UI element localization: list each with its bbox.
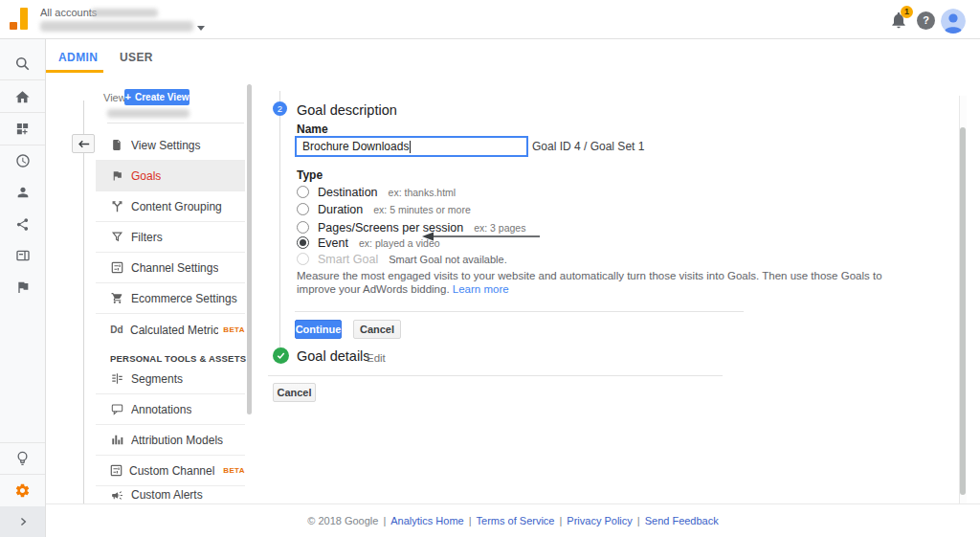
- ga-admin-goals-page: { "colors": { "accent_blue": "#4285f4", …: [0, 0, 980, 537]
- admin-tab-bar: ADMIN USER: [46, 39, 980, 77]
- name-label: Name: [297, 123, 328, 136]
- top-header: All accounts 1 ?: [0, 0, 980, 39]
- view-column-label: View: [103, 92, 126, 103]
- step-done-check-icon: [273, 347, 289, 364]
- rail-realtime-button[interactable]: [0, 148, 45, 173]
- section-header-label: PERSONAL TOOLS & ASSETS: [110, 353, 246, 364]
- bottom-cancel-button[interactable]: Cancel: [273, 383, 316, 402]
- menu-item-ecommerce-settings[interactable]: Ecommerce Settings: [96, 283, 245, 314]
- step-2-circle: 2: [273, 101, 287, 116]
- admin-gear-icon: [14, 482, 31, 499]
- copyright-text: © 2018 Google: [307, 515, 378, 526]
- main-scrollbar-thumb[interactable]: [960, 127, 966, 495]
- footer-link-terms[interactable]: Terms of Service: [477, 515, 555, 526]
- radio-label: Duration: [318, 203, 363, 216]
- goal-name-input[interactable]: Brochure Downloads: [295, 136, 528, 157]
- megaphone-icon: [111, 489, 123, 502]
- radio-label: Destination: [318, 186, 378, 199]
- user-avatar[interactable]: [941, 9, 966, 34]
- rail-customization-button[interactable]: [0, 116, 45, 141]
- divider: [268, 375, 723, 376]
- collapse-chevron-icon: [16, 515, 30, 528]
- radio-button-icon: [297, 186, 309, 198]
- rail-audience-button[interactable]: [0, 180, 45, 205]
- flag-icon: [111, 169, 123, 182]
- funnel-icon: [111, 231, 123, 243]
- help-button[interactable]: ?: [917, 11, 935, 30]
- all-accounts-label: All accounts: [40, 7, 97, 18]
- tab-user[interactable]: USER: [120, 51, 153, 64]
- radio-button-icon: [297, 221, 309, 234]
- radio-hint: Smart Goal not available.: [389, 254, 507, 265]
- segments-icon: [111, 372, 123, 385]
- footer-link-feedback[interactable]: Send Feedback: [645, 515, 719, 526]
- radio-duration[interactable]: Duration ex: 5 minutes or more: [297, 201, 471, 217]
- menu-item-label: Filters: [131, 231, 163, 244]
- page-footer: © 2018 Google | Analytics Home | Terms o…: [46, 503, 980, 537]
- radio-button-selected-icon: [297, 236, 309, 249]
- menu-item-goals[interactable]: Goals: [96, 161, 245, 191]
- goal-details-title: Goal details: [297, 348, 370, 364]
- footer-link-analytics-home[interactable]: Analytics Home: [390, 515, 463, 526]
- menu-item-attribution-models[interactable]: Attribution Models: [96, 425, 245, 456]
- smart-goal-description-line2: improve your AdWords bidding. Learn more: [297, 283, 509, 295]
- menu-item-label: Goals: [131, 169, 161, 183]
- edit-link[interactable]: Edit: [367, 352, 386, 364]
- goal-description-title: Goal description: [297, 102, 397, 118]
- radio-event[interactable]: Event ex: played a video: [297, 235, 440, 251]
- menu-item-view-settings[interactable]: View Settings: [96, 130, 245, 161]
- discover-lightbulb-icon: [14, 450, 31, 466]
- goal-id-note: Goal ID 4 / Goal Set 1: [532, 140, 644, 153]
- rail-search-button[interactable]: [0, 51, 45, 76]
- menu-item-channel-settings[interactable]: Channel Settings: [96, 253, 245, 283]
- cancel-button[interactable]: Cancel: [353, 320, 401, 339]
- radio-destination[interactable]: Destination ex: thanks.html: [297, 184, 456, 200]
- create-view-button[interactable]: + Create View: [124, 89, 189, 105]
- menu-item-content-grouping[interactable]: Content Grouping: [96, 191, 245, 222]
- rail-admin-button[interactable]: [0, 478, 45, 503]
- continue-button[interactable]: Continue: [295, 320, 342, 339]
- audience-person-icon: [15, 185, 31, 200]
- radio-button-disabled-icon: [297, 253, 309, 265]
- account-name-redacted[interactable]: [91, 9, 158, 17]
- bar-chart-icon: [111, 434, 123, 446]
- rail-behavior-button[interactable]: [0, 243, 45, 268]
- menu-item-segments[interactable]: Segments: [96, 364, 245, 394]
- rail-collapse-button[interactable]: [0, 506, 45, 537]
- menu-item-custom-alerts[interactable]: Custom Alerts: [96, 486, 245, 503]
- property-dropdown-caret-icon[interactable]: [197, 26, 205, 31]
- realtime-clock-icon: [15, 153, 31, 168]
- rail-divider: [0, 79, 45, 80]
- conversions-flag-icon: [15, 280, 31, 295]
- menu-item-custom-channel-grouping[interactable]: Custom Channel Grouping BETA: [96, 456, 245, 486]
- menu-item-label: View Settings: [131, 139, 201, 152]
- learn-more-link[interactable]: Learn more: [453, 283, 509, 295]
- radio-hint: ex: 5 minutes or more: [373, 204, 471, 215]
- dd-icon: Dd: [110, 324, 123, 335]
- menu-scrollbar[interactable]: [247, 84, 252, 414]
- text-cursor: [410, 141, 411, 153]
- menu-item-annotations[interactable]: Annotations: [96, 394, 245, 425]
- split-arrows-icon: [111, 200, 123, 213]
- footer-link-privacy[interactable]: Privacy Policy: [567, 515, 632, 526]
- notification-count-badge[interactable]: 1: [901, 6, 913, 18]
- plus-icon: +: [125, 92, 131, 102]
- menu-item-calculated-metrics[interactable]: Dd Calculated Metrics BETA: [96, 314, 245, 346]
- rail-acquisition-button[interactable]: [0, 212, 45, 236]
- rail-conversions-button[interactable]: [0, 275, 45, 300]
- footer-separator: |: [559, 515, 562, 526]
- goal-setup-content: 2 Goal description Name Brochure Downloa…: [256, 77, 959, 503]
- rail-home-button[interactable]: [0, 84, 45, 109]
- menu-item-label: Attribution Models: [131, 434, 223, 447]
- menu-item-filters[interactable]: Filters: [96, 222, 245, 253]
- menu-item-label: Custom Channel Grouping: [129, 464, 218, 478]
- channel-grouping-icon: [110, 464, 122, 477]
- tab-admin[interactable]: ADMIN: [58, 51, 98, 64]
- property-name-redacted[interactable]: [40, 21, 193, 32]
- home-icon: [14, 89, 31, 105]
- smart-goal-description-line1: Measure the most engaged visits to your …: [297, 270, 882, 281]
- view-name-redacted: [107, 109, 189, 118]
- rail-discover-button[interactable]: [0, 445, 45, 470]
- collapse-panel-button[interactable]: [72, 134, 95, 153]
- radio-smart-goal: Smart Goal Smart Goal not available.: [297, 251, 507, 267]
